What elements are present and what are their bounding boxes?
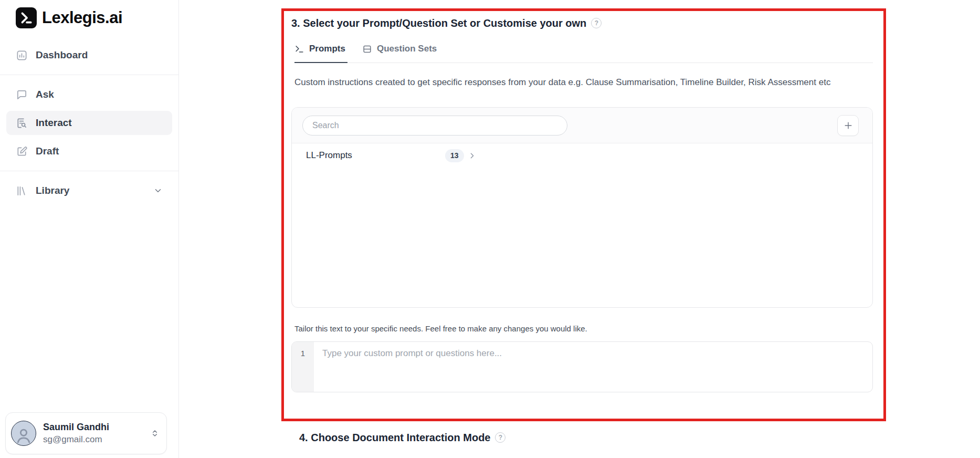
- divider: [0, 75, 178, 75]
- chevrons-up-down-icon: [151, 429, 159, 438]
- count-badge: 13: [445, 149, 464, 162]
- search-input[interactable]: [302, 116, 567, 136]
- sidebar-item-library[interactable]: Library: [6, 179, 172, 203]
- prompt-editor: 1: [291, 341, 873, 392]
- section-4-header: 4. Choose Document Interaction Mode ?: [299, 431, 505, 444]
- pencil-square-icon: [16, 145, 28, 158]
- profile-meta: Saumil Gandhi sg@gmail.com: [43, 422, 109, 445]
- help-icon[interactable]: ?: [495, 432, 505, 443]
- bar-chart-icon: [16, 49, 28, 61]
- sidebar-item-label: Interact: [36, 117, 72, 129]
- prompt-set-panel: LL-Prompts 13: [291, 107, 873, 308]
- tab-question-sets[interactable]: Question Sets: [362, 44, 439, 63]
- logo-text: Lexlegis.ai: [42, 8, 122, 27]
- sidebar-item-ask[interactable]: Ask: [6, 82, 172, 107]
- logo: Lexlegis.ai: [16, 7, 178, 28]
- chat-bubble-icon: [16, 89, 28, 101]
- divider: [0, 171, 178, 171]
- document-search-icon: [16, 117, 28, 129]
- tabs: Prompts Question Sets: [294, 44, 873, 63]
- sidebar-item-label: Draft: [36, 145, 59, 157]
- add-button[interactable]: [837, 115, 859, 136]
- terminal-icon: [294, 44, 304, 54]
- section-3-highlighted: 3. Select your Prompt/Question Set or Cu…: [281, 8, 886, 421]
- sidebar-item-label: Dashboard: [36, 49, 88, 61]
- tab-description: Custom instructions created to get speci…: [294, 76, 861, 88]
- sidebar: Lexlegis.ai Dashboard Ask: [0, 0, 179, 458]
- panel-toolbar: [292, 108, 872, 143]
- chevron-down-icon: [153, 186, 163, 195]
- plus-icon: [843, 120, 853, 131]
- lexlegis-logo-icon: [16, 7, 37, 28]
- rows-icon: [362, 44, 372, 54]
- editor-gutter: 1: [292, 342, 314, 392]
- tab-label: Prompts: [309, 44, 345, 54]
- sidebar-nav: Dashboard Ask Interact: [0, 43, 178, 203]
- section-3-title: 3. Select your Prompt/Question Set or Cu…: [291, 16, 586, 30]
- help-icon[interactable]: ?: [591, 18, 602, 28]
- prompt-textarea[interactable]: [314, 342, 872, 392]
- avatar: [11, 421, 36, 446]
- profile-name: Saumil Gandhi: [43, 422, 109, 433]
- sidebar-item-draft[interactable]: Draft: [6, 139, 172, 163]
- tab-prompts[interactable]: Prompts: [294, 44, 347, 63]
- sidebar-item-label: Library: [36, 185, 69, 196]
- library-books-icon: [16, 185, 28, 197]
- prompt-list: LL-Prompts 13: [292, 143, 872, 168]
- tab-label: Question Sets: [377, 44, 437, 54]
- chevron-right-icon[interactable]: [468, 151, 477, 160]
- section-4-title: 4. Choose Document Interaction Mode: [299, 431, 490, 444]
- sidebar-item-dashboard[interactable]: Dashboard: [6, 43, 172, 67]
- profile-card[interactable]: Saumil Gandhi sg@gmail.com: [5, 412, 167, 454]
- profile-email: sg@gmail.com: [43, 434, 109, 445]
- list-item-name: LL-Prompts: [306, 150, 445, 161]
- sidebar-item-label: Ask: [36, 89, 54, 100]
- line-number: 1: [301, 349, 305, 358]
- editor-hint: Tailor this text to your specific needs.…: [294, 324, 873, 334]
- sidebar-item-interact[interactable]: Interact: [6, 111, 172, 135]
- list-item[interactable]: LL-Prompts 13: [292, 143, 872, 168]
